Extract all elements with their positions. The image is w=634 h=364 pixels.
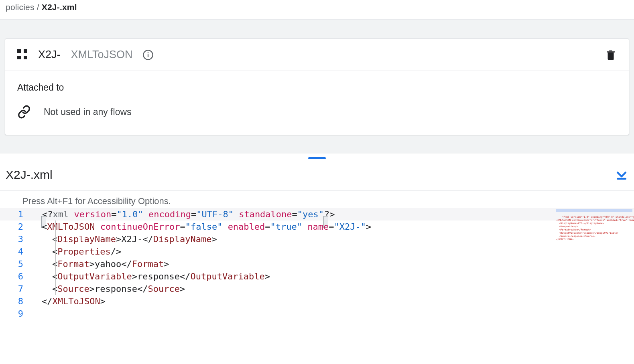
breadcrumb-file: X2J-.xml (42, 2, 77, 12)
minimap-content: <?xml version="1.0" encoding="UTF-8" sta… (556, 215, 634, 241)
code-line[interactable]: 7 <Source>response</Source> (0, 283, 634, 295)
policy-type: XMLToJSON (71, 49, 133, 61)
code-line[interactable]: 8 </XMLToJSON> (0, 295, 634, 307)
code-line[interactable]: 1 <?xml version="1.0" encoding="UTF-8" s… (0, 208, 634, 220)
code-line[interactable]: 5 <Format>yahoo</Format> (0, 258, 634, 270)
info-icon[interactable] (142, 49, 154, 61)
line-number: 6 (0, 270, 42, 283)
svg-point-2 (147, 52, 148, 53)
policy-name: X2J- (38, 49, 61, 61)
line-number: 4 (0, 245, 42, 258)
code-line[interactable]: 6 <OutputVariable>response</OutputVariab… (0, 270, 634, 283)
breadcrumb-folder[interactable]: policies (6, 2, 35, 12)
delete-icon[interactable] (605, 49, 617, 61)
policy-card-header: X2J- XMLToJSON (5, 39, 629, 71)
collapse-icon[interactable] (615, 168, 628, 182)
attached-to-text: Not used in any flows (44, 107, 132, 117)
line-number: 7 (0, 283, 42, 295)
editor-header: X2J-.xml (0, 162, 634, 191)
line-number: 1 (0, 208, 42, 220)
breadcrumb-sep: / (37, 2, 39, 12)
code-line[interactable]: 3 <DisplayName>X2J-</DisplayName> (0, 233, 634, 245)
line-number: 2 (0, 220, 42, 233)
drag-handle-icon[interactable] (17, 49, 28, 61)
line-number: 5 (0, 258, 42, 270)
code-line[interactable]: 4 <Properties/> (0, 245, 634, 258)
code-line[interactable]: 9 (0, 307, 634, 320)
editor-title: X2J-.xml (6, 168, 53, 182)
policy-card-body: Attached to Not used in any flows (5, 71, 629, 135)
minimap[interactable]: <?xml version="1.0" encoding="UTF-8" sta… (556, 209, 632, 237)
line-number: 3 (0, 233, 42, 245)
splitter-zone (0, 154, 634, 162)
policy-card-zone: X2J- XMLToJSON Attached to (0, 20, 634, 154)
policy-card: X2J- XMLToJSON Attached to (5, 38, 629, 135)
splitter-handle[interactable] (308, 157, 326, 159)
attached-to-row: Not used in any flows (17, 105, 617, 119)
attached-to-label: Attached to (17, 82, 617, 93)
link-icon (17, 105, 31, 119)
code-line[interactable]: 2 <XMLToJSON continueOnError="false" ena… (0, 220, 634, 233)
code-editor[interactable]: 1 <?xml version="1.0" encoding="UTF-8" s… (0, 208, 634, 336)
a11y-hint: Press Alt+F1 for Accessibility Options. (0, 191, 634, 208)
line-number: 9 (0, 307, 42, 320)
breadcrumb: policies / X2J-.xml (0, 0, 634, 20)
line-number: 8 (0, 295, 42, 307)
